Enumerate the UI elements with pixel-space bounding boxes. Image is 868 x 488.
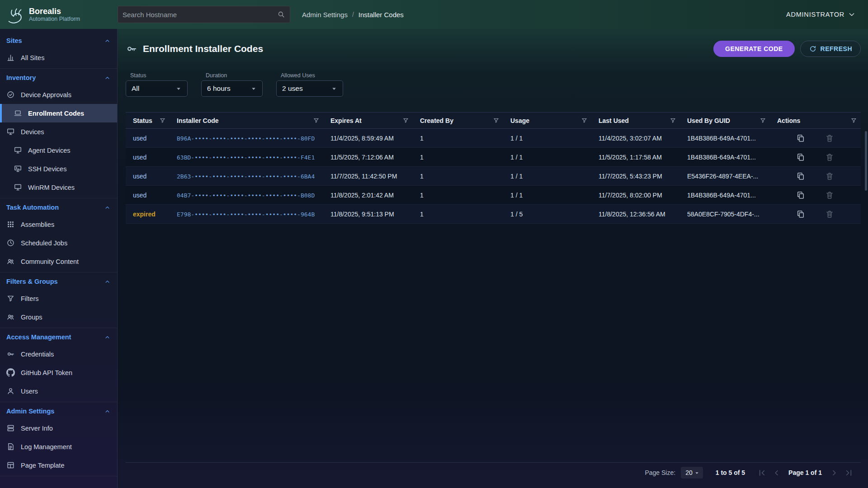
chevron-up-icon <box>104 408 111 415</box>
created-by-cell: 1 <box>413 167 503 186</box>
sidebar-item-device-approvals[interactable]: Device Approvals <box>0 85 117 104</box>
page-size-select[interactable]: 20 <box>681 467 703 479</box>
copy-icon[interactable] <box>796 134 805 143</box>
delete-icon[interactable] <box>825 172 834 181</box>
installer-code: 04B7-••••-••••-••••-••••-••••-••••-B08D <box>177 192 315 199</box>
filter-funnel-icon[interactable] <box>402 117 409 124</box>
filter-funnel-icon[interactable] <box>493 117 500 124</box>
generate-code-button[interactable]: GENERATE CODE <box>713 41 795 57</box>
page-size-label: Page Size: <box>645 469 675 476</box>
filter-funnel-icon[interactable] <box>159 117 166 124</box>
delete-icon[interactable] <box>825 134 834 143</box>
people-icon <box>6 257 15 266</box>
table-row: used2B63-••••-••••-••••-••••-••••-••••-6… <box>126 167 861 186</box>
usage-cell: 1 / 5 <box>503 205 591 224</box>
installer-code: 2B63-••••-••••-••••-••••-••••-••••-6BA4 <box>177 173 315 180</box>
usage-cell: 1 / 1 <box>503 186 591 205</box>
copy-icon[interactable] <box>796 153 805 162</box>
sidebar-section-header-filters-groups[interactable]: Filters & Groups <box>0 274 117 289</box>
used-by-guid-cell: E5436F26-4897-4EEA-... <box>680 167 770 186</box>
status-badge: used <box>133 173 146 180</box>
expires-at-cell: 11/4/2025, 8:59:49 AM <box>323 129 413 148</box>
scrollbar-thumb[interactable] <box>865 131 867 191</box>
filter-funnel-icon[interactable] <box>760 117 766 124</box>
pagination: Page 1 of 1 <box>756 467 854 479</box>
usage-cell: 1 / 1 <box>503 167 591 186</box>
doc-icon <box>6 442 15 451</box>
sidebar-item-users[interactable]: Users <box>0 382 117 400</box>
delete-icon[interactable] <box>825 153 834 162</box>
sidebar: SitesAll SitesInventoryDevice ApprovalsE… <box>0 29 118 488</box>
user-menu[interactable]: ADMINISTRATOR <box>786 10 856 19</box>
sidebar-item-enrollment-codes[interactable]: Enrollment Codes <box>0 104 117 122</box>
sidebar-item-devices[interactable]: Devices <box>0 122 117 141</box>
installer-code: E798-••••-••••-••••-••••-••••-••••-964B <box>177 211 315 218</box>
codes-table: StatusInstaller CodeExpires AtCreated By… <box>126 112 861 224</box>
brand: Borealis Automation Platform <box>0 4 118 25</box>
breadcrumb-admin-settings[interactable]: Admin Settings <box>302 11 348 19</box>
column-header-created-by: Created By <box>413 113 503 129</box>
sidebar-section-header-admin-settings[interactable]: Admin Settings <box>0 404 117 419</box>
approvals-icon <box>6 90 15 99</box>
person-icon <box>6 387 15 395</box>
sidebar-item-github-api-token[interactable]: GitHub API Token <box>0 363 117 382</box>
sidebar-section-header-sites[interactable]: Sites <box>0 33 117 48</box>
chevron-up-icon <box>104 278 111 285</box>
duration-filter-select[interactable]: 6 hours <box>201 80 263 97</box>
last-used-cell: 11/8/2025, 12:36:56 AM <box>591 205 680 224</box>
delete-icon[interactable] <box>825 191 834 200</box>
sidebar-item-log-management[interactable]: Log Management <box>0 437 117 456</box>
sidebar-item-agent-devices[interactable]: Agent Devices <box>0 141 117 160</box>
filter-funnel-icon[interactable] <box>850 117 857 124</box>
expires-at-cell: 11/5/2025, 7:12:06 AM <box>323 148 413 167</box>
refresh-button[interactable]: REFRESH <box>800 41 861 57</box>
monitor-icon <box>6 127 15 136</box>
allowed-uses-filter-select[interactable]: 2 uses <box>276 80 343 97</box>
chevron-up-icon <box>104 38 111 44</box>
sidebar-item-community-content[interactable]: Community Content <box>0 252 117 271</box>
sidebar-item-all-sites[interactable]: All Sites <box>0 48 117 67</box>
sidebar-section-header-access-management[interactable]: Access Management <box>0 329 117 345</box>
sidebar-item-winrm-devices[interactable]: WinRM Devices <box>0 178 117 197</box>
search-icon <box>277 10 285 19</box>
page-title: Enrollment Installer Codes <box>143 43 263 54</box>
copy-icon[interactable] <box>796 210 805 219</box>
created-by-cell: 1 <box>413 186 503 205</box>
sidebar-item-filters[interactable]: Filters <box>0 289 117 308</box>
first-page-button[interactable] <box>756 467 768 479</box>
previous-page-button[interactable] <box>770 467 782 479</box>
table-row: used63BD-••••-••••-••••-••••-••••-••••-F… <box>126 148 861 167</box>
filter-funnel-icon[interactable] <box>670 117 676 124</box>
layout-icon <box>6 461 15 469</box>
people-icon <box>6 313 15 321</box>
key-icon <box>6 350 15 358</box>
sidebar-item-server-info[interactable]: Server Info <box>0 419 117 437</box>
search-box[interactable] <box>118 6 290 23</box>
next-page-button[interactable] <box>828 467 840 479</box>
table-footer: Page Size: 20 1 to 5 of 5 Page 1 of 1 <box>126 462 861 488</box>
sidebar-section-header-task-automation[interactable]: Task Automation <box>0 200 117 215</box>
sidebar-item-page-template[interactable]: Page Template <box>0 456 117 474</box>
sidebar-item-groups[interactable]: Groups <box>0 308 117 326</box>
search-input[interactable] <box>123 11 277 19</box>
copy-icon[interactable] <box>796 172 805 181</box>
delete-icon[interactable] <box>825 210 834 219</box>
column-header-last-used: Last Used <box>591 113 680 129</box>
sidebar-item-scheduled-jobs[interactable]: Scheduled Jobs <box>0 234 117 252</box>
sidebar-item-ssh-devices[interactable]: SSH Devices <box>0 160 117 178</box>
sidebar-section-header-inventory[interactable]: Inventory <box>0 70 117 85</box>
sidebar-section-inventory: InventoryDevice ApprovalsEnrollment Code… <box>0 69 117 198</box>
apps-icon <box>6 220 15 229</box>
filter-funnel-icon[interactable] <box>313 117 320 124</box>
filter-funnel-icon[interactable] <box>581 117 588 124</box>
sidebar-item-credentials[interactable]: Credentials <box>0 345 117 363</box>
rows-range: 1 to 5 of 5 <box>716 469 745 476</box>
last-page-button[interactable] <box>843 467 854 479</box>
chevron-down-icon <box>847 10 856 19</box>
status-filter-select[interactable]: All <box>126 80 188 97</box>
copy-icon[interactable] <box>796 191 805 200</box>
sidebar-item-assemblies[interactable]: Assemblies <box>0 215 117 234</box>
sidebar-section-admin-settings: Admin SettingsServer InfoLog ManagementP… <box>0 402 117 476</box>
expires-at-cell: 11/8/2025, 9:51:13 PM <box>323 205 413 224</box>
used-by-guid-cell: 58A0E8CF-7905-4DF4-... <box>680 205 770 224</box>
